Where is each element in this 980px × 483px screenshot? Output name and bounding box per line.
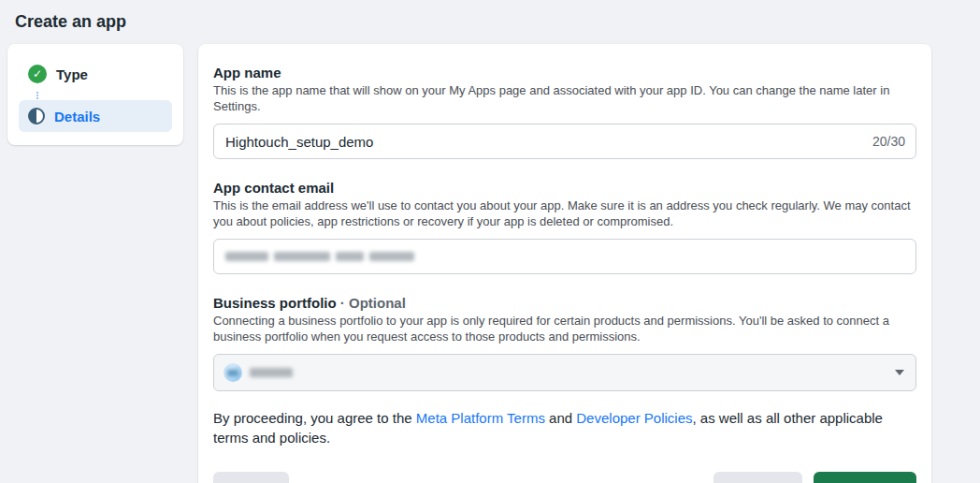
redacted-email-segment bbox=[336, 252, 364, 261]
check-circle-icon: ✓ bbox=[28, 65, 47, 83]
page-layout: ✓ Type Details App name This is the app … bbox=[0, 44, 980, 483]
char-counter: 20/30 bbox=[872, 134, 905, 149]
app-name-input-wrap: 20/30 bbox=[213, 124, 916, 159]
stepper-item-label: Details bbox=[54, 109, 100, 124]
create-app-form-card: App name This is the app name that will … bbox=[198, 44, 931, 483]
legal-middle: and bbox=[545, 410, 576, 426]
redacted-email-segment bbox=[225, 252, 268, 261]
business-portfolio-label-text: Business portfolio bbox=[213, 295, 337, 311]
business-avatar bbox=[223, 363, 242, 382]
optional-badge: · Optional bbox=[340, 295, 406, 311]
business-portfolio-select[interactable] bbox=[213, 354, 916, 391]
stepper-item-details[interactable]: Details bbox=[19, 100, 172, 132]
page-title: Create an app bbox=[15, 12, 980, 32]
half-circle-progress-icon bbox=[28, 108, 45, 124]
app-name-description: This is the app name that will show on y… bbox=[213, 82, 916, 114]
app-name-input[interactable] bbox=[213, 124, 916, 159]
contact-email-label: App contact email bbox=[213, 180, 916, 196]
create-app-button[interactable]: Create app bbox=[814, 472, 916, 483]
legal-prefix: By proceeding, you agree to the bbox=[213, 410, 416, 426]
business-portfolio-description: Connecting a business portfolio to your … bbox=[213, 313, 916, 344]
redacted-email-segment bbox=[369, 252, 414, 261]
legal-text: By proceeding, you agree to the Meta Pla… bbox=[213, 408, 916, 447]
app-name-label: App name bbox=[213, 65, 916, 80]
chevron-down-icon bbox=[895, 370, 904, 375]
step-connector-dotted-line bbox=[36, 92, 38, 99]
previous-button[interactable]: Previous bbox=[713, 472, 802, 483]
business-portfolio-label: Business portfolio · Optional bbox=[213, 295, 916, 311]
cancel-button[interactable]: Cancel bbox=[213, 472, 289, 483]
contact-email-input[interactable] bbox=[213, 239, 916, 274]
stepper-card: ✓ Type Details bbox=[7, 44, 183, 145]
footer-actions: Cancel Previous Create app bbox=[213, 472, 916, 483]
stepper-item-label: Type bbox=[56, 66, 88, 82]
redacted-email-segment bbox=[274, 252, 330, 261]
meta-platform-terms-link[interactable]: Meta Platform Terms bbox=[416, 410, 545, 426]
redacted-business-name bbox=[250, 368, 293, 377]
contact-email-description: This is the email address we'll use to c… bbox=[213, 198, 916, 229]
contact-email-input-wrap bbox=[213, 239, 916, 274]
developer-policies-link[interactable]: Developer Policies bbox=[576, 410, 692, 426]
stepper-item-type[interactable]: ✓ Type bbox=[19, 57, 172, 91]
